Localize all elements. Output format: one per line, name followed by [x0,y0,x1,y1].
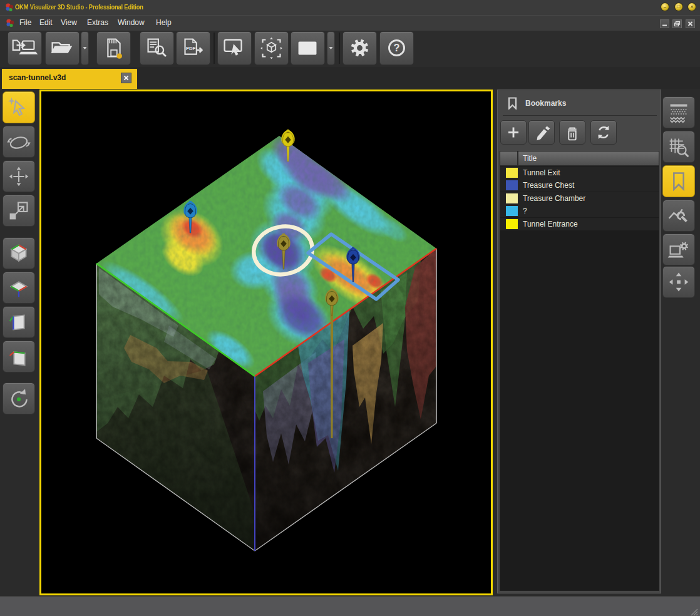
svg-text:?: ? [394,42,400,53]
svg-text:PDF: PDF [186,46,196,51]
